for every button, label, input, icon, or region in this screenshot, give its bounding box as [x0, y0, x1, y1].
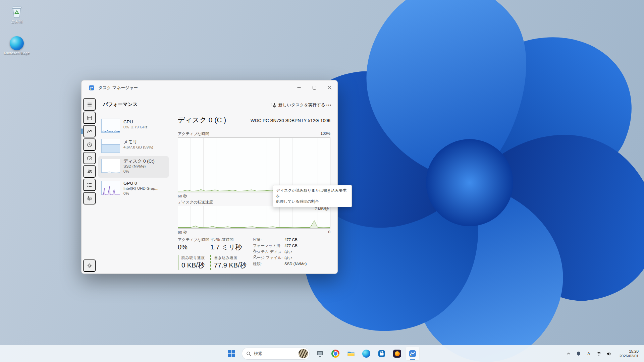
run-new-task-button[interactable]: 新しいタスクを実行する [269, 100, 327, 110]
page-title: パフォーマンス [103, 101, 138, 108]
nav-performance[interactable] [83, 125, 96, 137]
taskbar-firefox[interactable] [390, 347, 404, 361]
info-label: 種類: [253, 261, 284, 266]
search-placeholder: 検索 [254, 351, 296, 357]
list-icon [87, 182, 93, 188]
taskbar-chrome[interactable] [328, 347, 342, 361]
network-button[interactable] [594, 347, 604, 360]
stat-write-speed: 書き込み速度 77.9 KB/秒 [210, 255, 247, 270]
speaker-icon [606, 351, 612, 357]
tray-chevron-button[interactable] [564, 347, 574, 360]
window-title: タスク マネージャー [98, 85, 138, 91]
stat-value: 77.9 KB/秒 [214, 261, 247, 269]
minimize-button[interactable] [291, 80, 307, 95]
tray-security-button[interactable] [574, 347, 584, 360]
nav-settings[interactable] [83, 259, 96, 272]
desktop: ごみ箱 Microsoft Edge タスク マネージャー [0, 0, 644, 362]
nav-users[interactable] [83, 165, 96, 178]
nav-processes[interactable] [83, 112, 96, 124]
taskbar-store[interactable] [375, 347, 389, 361]
taskbar-file-explorer[interactable] [344, 347, 358, 361]
chart2-label: ディスクの転送速度 [178, 200, 213, 205]
volume-button[interactable] [604, 347, 614, 360]
windows-logo-icon [228, 350, 235, 357]
info-value: SSD (NVMe) [284, 261, 307, 266]
chart2-x-right: 0 [328, 230, 330, 234]
nav-rail [82, 95, 97, 274]
edge-icon [362, 350, 370, 358]
task-manager-icon [409, 350, 417, 358]
perf-item-sub2: 0% [123, 191, 158, 196]
performance-icon [87, 128, 93, 134]
detail-subtitle: WDC PC SN730 SDBPNTY-512G-1006 [251, 118, 330, 123]
nav-services[interactable] [83, 192, 96, 204]
chart2-x-left: 60 秒 [178, 230, 187, 235]
tooltip-line2: 処理している時間の割合 [276, 199, 348, 204]
taskbar-app-window[interactable] [313, 347, 327, 361]
edge-shortcut[interactable]: Microsoft Edge [4, 36, 30, 55]
search-highlight-image[interactable] [299, 349, 308, 358]
perf-item-title: メモリ [123, 139, 153, 145]
nav-menu-button[interactable] [83, 98, 96, 111]
nav-startup-apps[interactable] [83, 152, 96, 164]
perf-item-cpu[interactable]: CPU 0% 2.79 GHz [98, 116, 169, 135]
info-row-page-file: ページ ファイル: はい [253, 255, 292, 260]
taskbar-edge[interactable] [359, 347, 373, 361]
perf-item-sub: 0% 2.79 GHz [123, 125, 148, 130]
stat-value: 0 KB/秒 [181, 261, 205, 269]
edge-label: Microsoft Edge [4, 51, 30, 55]
titlebar[interactable]: タスク マネージャー [82, 80, 337, 95]
stat-read-speed: 読み取り速度 0 KB/秒 [178, 255, 205, 270]
chart1-x-left: 60 秒 [178, 194, 187, 199]
search-box[interactable]: 検索 [242, 348, 310, 360]
perf-item-sub: SSD (NVMe) [123, 164, 155, 169]
chrome-icon [331, 350, 339, 358]
store-icon [378, 350, 386, 358]
system-tray: A 15:20 2026/02/01 [564, 345, 641, 362]
maximize-button[interactable] [307, 80, 322, 95]
detail-title: ディスク 0 (C:) [178, 115, 226, 125]
cpu-sparkline [101, 119, 120, 133]
task-manager-app-icon [89, 85, 94, 90]
stat-active-time: アクティブな時間 0% [178, 237, 209, 251]
chart1-max-label: 100% [321, 131, 330, 135]
chevron-up-icon [566, 351, 571, 356]
nav-selected-indicator [82, 128, 83, 134]
nav-app-history[interactable] [83, 138, 96, 151]
info-value: 477 GB [284, 237, 298, 242]
recycle-bin-shortcut[interactable]: ごみ箱 [4, 4, 30, 24]
transfer-rate-series [178, 206, 330, 228]
users-icon [87, 169, 93, 175]
perf-item-gpu[interactable]: GPU 0 Intel(R) UHD Grap... 0% [98, 178, 169, 200]
close-button[interactable] [322, 80, 337, 95]
perf-item-title: CPU [123, 119, 148, 125]
active-time-chart [178, 137, 330, 192]
app-window-icon [316, 350, 324, 358]
more-options-button[interactable]: ••• [324, 100, 334, 110]
stat-value: 1.7 ミリ秒 [210, 243, 242, 251]
new-task-icon [271, 103, 276, 108]
taskbar: 検索 [0, 345, 644, 362]
ime-mode-button[interactable]: A [584, 347, 594, 360]
taskbar-task-manager[interactable] [406, 347, 420, 361]
perf-item-memory[interactable]: メモリ 4.6/7.8 GB (59%) [98, 136, 169, 156]
perf-item-sub2: 0% [123, 169, 155, 174]
task-manager-window: タスク マネージャー [81, 80, 338, 274]
tooltip-line1: ディスクが読み取りまたは書き込み要求を [276, 188, 348, 199]
info-value: はい [284, 255, 292, 260]
transfer-rate-chart: 7 MB/秒 [178, 206, 330, 229]
info-row-type: 種類: SSD (NVMe) [253, 261, 307, 266]
clock[interactable]: 15:20 2026/02/01 [617, 349, 641, 358]
start-button[interactable] [224, 347, 238, 361]
gpu-sparkline [101, 181, 120, 195]
info-label: ページ ファイル: [253, 255, 284, 260]
security-shield-icon [576, 351, 581, 356]
file-explorer-icon [347, 350, 355, 358]
recycle-bin-icon [10, 4, 24, 19]
perf-item-disk[interactable]: ディスク 0 (C:) SSD (NVMe) 0% [98, 156, 169, 178]
hamburger-icon [87, 102, 93, 108]
nav-details[interactable] [83, 179, 96, 191]
stat-value: 0% [178, 243, 209, 251]
active-app-indicator [410, 359, 415, 360]
edge-desktop-icon [10, 36, 24, 50]
